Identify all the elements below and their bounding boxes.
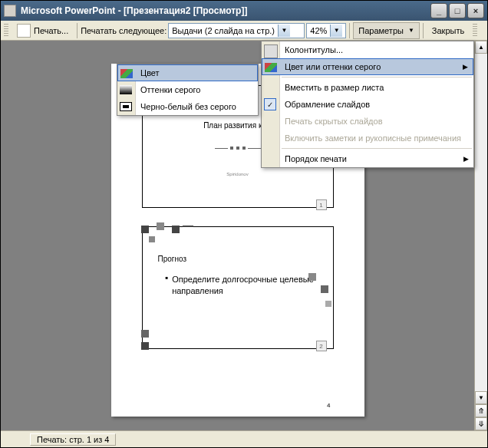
menu-label: Печать скрытых слайдов [285, 117, 383, 126]
submenu-arrow-icon: ▶ [463, 63, 468, 71]
scroll-track[interactable] [475, 54, 487, 391]
slide-2-body: Определите долгосрочные целевые направле… [166, 274, 322, 298]
submenu-item-black-white[interactable]: Черно-белый без серого [117, 98, 258, 115]
color-swatch-icon [120, 67, 134, 81]
scroll-up-button[interactable]: ▲ [475, 41, 487, 54]
separator [423, 23, 424, 38]
slide-1-number: 1 [316, 199, 327, 210]
status-bar: Печать: стр. 1 из 4 [1, 430, 487, 447]
menu-label: Вместить в размер листа [285, 83, 384, 92]
menu-item-frame-slides[interactable]: ✓ Обрамление слайдов [262, 96, 473, 113]
menu-label: Цвет или оттенки серого [285, 62, 381, 71]
parameters-button[interactable]: Параметры ▼ [353, 22, 420, 39]
next-slide-button[interactable]: ⤋ [475, 417, 487, 430]
submenu-item-color[interactable]: Цвет [117, 64, 258, 81]
menu-label: Обрамление слайдов [285, 100, 370, 109]
close-preview-button[interactable]: Закрыть [427, 22, 470, 39]
slide-2-number: 2 [316, 341, 327, 351]
slide-1-footer: Spiridonov [143, 172, 333, 176]
toolbar-grip[interactable] [4, 24, 8, 38]
close-preview-label: Закрыть [432, 26, 464, 35]
decorative-separator [215, 146, 261, 150]
menu-label: Включить заметки и рукописные примечания [285, 133, 461, 143]
print-what-combo[interactable]: Выдачи (2 слайда на стр.) ▼ [168, 23, 305, 38]
dropdown-caret-icon: ▼ [278, 25, 290, 37]
menu-item-headers-footers[interactable]: Колонтитулы... [262, 41, 473, 58]
zoom-combo[interactable]: 42% ▼ [306, 23, 346, 38]
print-what-value: Выдачи (2 слайда на стр.) [172, 26, 275, 35]
printer-icon [17, 24, 31, 38]
dropdown-caret-icon: ▼ [330, 25, 342, 37]
separator [349, 23, 350, 38]
menu-label: Цвет [140, 68, 160, 77]
menu-label: Черно-белый без серого [140, 102, 236, 111]
submenu-item-grayscale[interactable]: Оттенки серого [117, 81, 258, 98]
menu-label: Оттенки серого [140, 85, 200, 94]
color-swatch-icon [265, 61, 279, 74]
window-title: Microsoft PowerPoint - [Презентация2 [Пр… [21, 5, 430, 16]
menu-item-include-notes: Включить заметки и рукописные примечания [262, 130, 473, 147]
menu-separator [282, 148, 472, 149]
grayscale-swatch-icon [120, 83, 134, 97]
menu-item-color-grayscale[interactable]: Цвет или оттенки серого ▶ [262, 58, 473, 75]
color-grayscale-submenu: Цвет Оттенки серого Черно-белый без серо… [117, 64, 259, 116]
slide-2-title: Прогноз [158, 255, 322, 263]
maximize-button[interactable]: □ [449, 3, 466, 18]
slide-2-bullet: Определите долгосрочные целевые направле… [172, 274, 321, 298]
app-window: Microsoft PowerPoint - [Презентация2 [Пр… [0, 0, 488, 448]
minimize-button[interactable]: _ [430, 3, 447, 18]
submenu-arrow-icon: ▶ [463, 155, 469, 163]
separator [77, 23, 77, 38]
window-controls: _ □ × [430, 3, 484, 18]
menu-item-print-hidden: Печать скрытых слайдов [262, 113, 473, 130]
menu-item-fit-to-window[interactable]: Вместить в размер листа [262, 79, 473, 96]
scroll-down-button[interactable]: ▼ [475, 391, 487, 404]
menu-label: Порядок печати [285, 154, 347, 163]
chevron-down-icon: ▼ [408, 27, 414, 34]
menu-item-print-order[interactable]: Порядок печати ▶ [262, 150, 473, 167]
title-bar: Microsoft PowerPoint - [Презентация2 [Пр… [1, 1, 487, 21]
menu-separator [282, 77, 472, 77]
menu-label: Колонтитулы... [285, 45, 343, 54]
vertical-scrollbar[interactable]: ▲ ▼ ⤊ ⤋ [474, 41, 487, 430]
page-bottom-number: 4 [327, 402, 330, 409]
print-button[interactable]: Печать... [12, 22, 74, 39]
close-window-button[interactable]: × [467, 3, 484, 18]
app-icon [4, 5, 16, 17]
slide-thumbnail-2: Прогноз Определите долгосрочные целевые … [142, 226, 334, 349]
prev-slide-button[interactable]: ⤊ [475, 404, 487, 417]
checkmark-icon: ✓ [264, 98, 276, 110]
print-what-label: Печатать следующее: [81, 26, 167, 35]
parameters-menu: Колонтитулы... Цвет или оттенки серого ▶… [261, 41, 474, 168]
zoom-value: 42% [310, 26, 327, 35]
headers-footers-icon [264, 44, 278, 58]
toolbar-grip[interactable] [473, 24, 477, 38]
status-text: Печать: стр. 1 из 4 [30, 433, 116, 446]
print-preview-toolbar: Печать... Печатать следующее: Выдачи (2 … [1, 21, 487, 41]
bw-swatch-icon [120, 100, 134, 114]
print-button-label: Печать... [34, 26, 68, 35]
parameters-label: Параметры [358, 26, 404, 35]
